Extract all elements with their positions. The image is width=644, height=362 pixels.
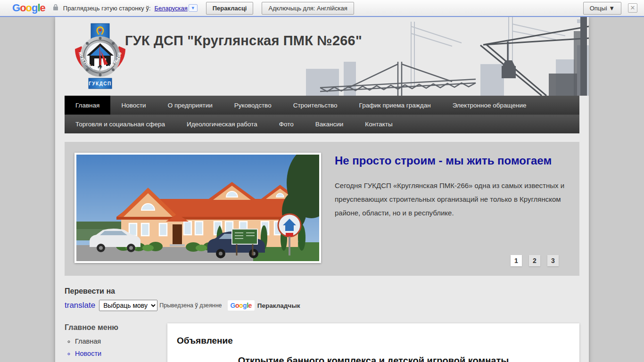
main-menu-sidebar: Главное меню Главная Новости	[65, 323, 167, 362]
translate-link[interactable]: translate	[65, 301, 95, 310]
bottom-section: Главное меню Главная Новости Объявление …	[65, 323, 579, 362]
google-logo-letter: o	[239, 302, 243, 309]
nav-item-torgovlya[interactable]: Торговля и социальная сфера	[65, 115, 176, 133]
google-logo: Google	[12, 2, 45, 14]
nav-item-ideologicheskaya[interactable]: Идеологическая работа	[176, 115, 268, 133]
slide-paragraph: Сегодня ГУКДСП «Круглянская ПМК-266» одн…	[335, 179, 567, 220]
nav-item-novosti[interactable]: Новости	[110, 96, 157, 115]
google-logo-letter: G	[231, 302, 235, 309]
sidebar-item-novosti[interactable]: Новости	[75, 350, 167, 357]
pager-button-1[interactable]: 1	[511, 255, 522, 266]
nav-item-elektronnoe-obrashchenie[interactable]: Электронное обращение	[442, 96, 537, 115]
slider-pagination: 1 2 3	[511, 255, 559, 266]
sidebar-item-glavnaya[interactable]: Главная	[75, 337, 167, 345]
translator-label: Перакладчык	[257, 302, 300, 309]
construction-silhouette-background	[150, 17, 589, 96]
google-logo-letter: G	[12, 2, 20, 14]
google-translate-logo[interactable]: Google	[228, 300, 255, 311]
sidebar-list: Главная Новости	[75, 337, 167, 357]
sidebar-heading: Главное меню	[65, 323, 167, 332]
slide-text-block: Не просто строим - мы жить помогаем Сего…	[335, 154, 570, 220]
slide-photo-frame	[74, 153, 321, 263]
slide-heading: Не просто строим - мы жить помогаем	[335, 154, 570, 167]
site-title: ГУК ДСП "Круглянская ПМК №266"	[125, 33, 362, 49]
nav-item-vakansii[interactable]: Вакансии	[305, 115, 355, 133]
google-logo-letter: e	[40, 2, 45, 14]
translate-widget: Перевести на translate Выбраць мову Прыв…	[65, 287, 579, 311]
close-icon[interactable]: ✕	[628, 3, 637, 13]
main-nav: Главная Новости О предприятии Руководств…	[65, 96, 579, 133]
announcement-card: Объявление Открытие банного комплекса и …	[167, 323, 579, 362]
google-logo-letter: o	[235, 302, 239, 309]
nav-item-grafik-priema[interactable]: График приема граждан	[348, 96, 442, 115]
nav-item-o-predpriyatii[interactable]: О предприятии	[157, 96, 223, 115]
nav-row-1: Главная Новости О предприятии Руководств…	[65, 96, 579, 115]
google-logo-letter: g	[243, 302, 247, 309]
company-logo: ГУКДСП "КРУГЛЯНСКАЯ ПМК №266"	[73, 23, 127, 91]
translate-widget-heading: Перевести на	[65, 287, 579, 296]
nav-item-rukovodstvo[interactable]: Руководство	[223, 96, 282, 115]
pager-button-2[interactable]: 2	[529, 255, 540, 266]
translate-prompt: Праглядзець гэтую старонку ў:	[63, 5, 151, 12]
logo-bottom-text: ГУКДСП	[89, 81, 112, 86]
pager-button-3[interactable]: 3	[547, 255, 559, 266]
nav-item-stroitelstvo[interactable]: Строительство	[282, 96, 348, 115]
google-logo-letter: o	[26, 2, 32, 14]
options-button[interactable]: Опцыі ▼	[583, 2, 621, 15]
announcement-card-title: Объявление	[177, 336, 570, 346]
page-wrapper: ГУКДСП "КРУГЛЯНСКАЯ ПМК №266"	[55, 17, 589, 362]
language-dropdown-arrow-icon[interactable]: ▼	[189, 4, 198, 12]
google-logo-letter: o	[20, 2, 25, 14]
nav-item-foto[interactable]: Фото	[268, 115, 305, 133]
nav-row-2: Торговля и социальная сфера Идеологическ…	[65, 115, 579, 133]
hero-slider: Не просто строим - мы жить помогаем Сего…	[65, 142, 579, 276]
building-photo	[76, 155, 319, 261]
language-link[interactable]: Беларуская	[155, 5, 188, 12]
language-select[interactable]: Выбраць мову	[99, 300, 157, 311]
announcement-heading: Открытие банного комплекса и детской игр…	[177, 355, 570, 362]
google-translate-bar: Google Праглядзець гэтую старонку ў: Бел…	[0, 0, 644, 17]
powered-by-text: Прыведзена ў дзеянне	[159, 302, 222, 309]
disable-translation-button[interactable]: Адключыць для: Англійская	[262, 2, 354, 15]
translate-button[interactable]: Перакласці	[206, 2, 254, 15]
nav-item-kontakty[interactable]: Контакты	[354, 115, 403, 133]
nav-item-glavnaya[interactable]: Главная	[65, 96, 110, 115]
lock-icon	[53, 4, 58, 13]
site-header: ГУКДСП "КРУГЛЯНСКАЯ ПМК №266"	[55, 17, 589, 96]
google-logo-letter: g	[32, 2, 37, 14]
google-logo-letter: e	[248, 302, 252, 309]
